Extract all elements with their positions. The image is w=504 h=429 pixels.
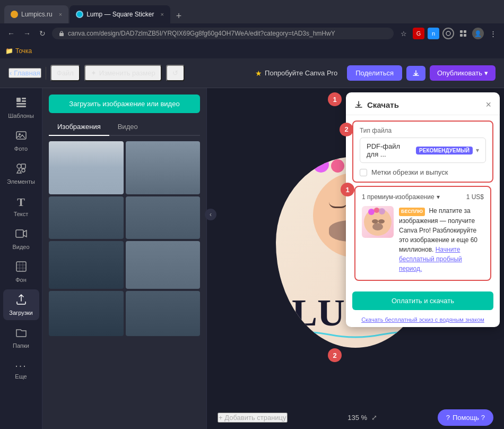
background-label: Фон <box>15 277 27 283</box>
upload-button[interactable]: Загрузить изображение или видео <box>49 95 200 113</box>
resize-button[interactable]: ✦ Изменить размер <box>84 65 162 81</box>
premium-price: 1 US$ <box>466 193 484 201</box>
folders-label: Папки <box>13 342 29 349</box>
file-type-section: Тип файла PDF-файл для ... РЕКОМЕНДУЕМЫЙ… <box>352 121 493 183</box>
zoom-expand-icon[interactable]: ⤢ <box>371 414 377 422</box>
svg-rect-20 <box>16 262 26 271</box>
trim-marks-row[interactable]: Метки обрезки и выпуск <box>360 168 486 176</box>
download-panel-header: Скачать × <box>346 92 500 115</box>
file-type-selector[interactable]: PDF-файл для ... РЕКОМЕНДУЕМЫЙ ▾ <box>360 138 486 163</box>
buy-label: Оплатить и скачать <box>392 297 454 305</box>
canva-app: ‹ Главная Файл ✦ Изменить размер ↺ ★ Поп… <box>0 58 504 429</box>
reload-button[interactable]: ↻ <box>37 28 48 39</box>
profile-icon[interactable]: 👤 <box>472 28 484 39</box>
sidebar-item-text[interactable]: T Текст <box>3 191 39 221</box>
try-pro-button[interactable]: ★ Попробуйте Canva Pro <box>250 66 343 81</box>
tab-lumpics[interactable]: Lumpics.ru × <box>4 5 68 23</box>
sidebar-item-templates[interactable]: Шаблоны <box>3 92 39 123</box>
panel-tab-images[interactable]: Изображения <box>49 118 109 136</box>
collapse-panel-button[interactable]: ‹ <box>205 209 216 220</box>
tab-canva-close[interactable]: × <box>161 11 164 18</box>
svg-marker-16 <box>17 169 21 173</box>
step-2-label: 2 <box>344 125 348 133</box>
premium-count[interactable]: 1 премиум-изображение ▾ <box>362 193 440 201</box>
publish-button[interactable]: Опубликовать ▾ <box>430 65 496 81</box>
url-box[interactable]: canva.com/design/DAD7zlmZB5I/YRQIX69Gg8f… <box>52 28 394 39</box>
add-page-button[interactable]: + Добавить страницу <box>218 413 288 423</box>
image-item-3[interactable] <box>49 196 124 239</box>
svg-rect-10 <box>16 103 26 105</box>
tab-canva-label: Lump — Square Sticker <box>86 11 154 18</box>
sidebar-item-photos[interactable]: Фото <box>3 125 39 156</box>
svg-rect-1 <box>59 33 64 36</box>
undo-button[interactable]: ↺ <box>166 65 185 81</box>
extension-icon-4[interactable] <box>457 28 469 39</box>
watermark-link[interactable]: Скачать бесплатный эскиз с водяным знако… <box>346 312 500 327</box>
help-icon: ? <box>446 414 450 422</box>
watermark-link-text: Скачать бесплатный эскиз с водяным знако… <box>361 316 484 323</box>
text-icon: T <box>17 195 25 209</box>
image-item-4[interactable] <box>126 196 201 239</box>
back-button[interactable]: ← <box>5 28 17 39</box>
sidebar-item-uploads[interactable]: Загрузки <box>3 289 39 320</box>
step-2-label-2: 2 <box>333 351 336 359</box>
trim-marks-label: Метки обрезки и выпуск <box>371 168 448 176</box>
extension-icon-2[interactable]: n <box>428 28 439 39</box>
step-1-badge-positioned: 1 <box>328 92 342 106</box>
bookmark-label[interactable]: Точка <box>15 47 32 55</box>
add-page-label: + Добавить страницу <box>219 414 286 422</box>
home-button[interactable]: ‹ Главная <box>8 68 41 78</box>
image-item-6[interactable] <box>126 241 201 289</box>
sidebar-item-elements[interactable]: Элементы <box>3 158 39 189</box>
help-button[interactable]: ? Помощь ? <box>438 409 493 426</box>
uploads-label: Загрузки <box>9 310 32 316</box>
premium-thumb-image <box>363 208 393 237</box>
image-item-5[interactable] <box>49 241 124 289</box>
premium-chevron-icon: ▾ <box>437 193 440 201</box>
file-button[interactable]: Файл <box>50 65 80 81</box>
premium-body: БЕСПЛЮ Не платите за изображения — получ… <box>362 206 484 273</box>
new-tab-button[interactable]: + <box>171 8 186 23</box>
download-panel-close[interactable]: × <box>485 100 491 109</box>
forward-button[interactable]: → <box>21 28 33 39</box>
download-button[interactable] <box>406 66 425 81</box>
svg-point-17 <box>22 169 25 172</box>
home-label: Главная <box>14 69 40 77</box>
file-type-value: PDF-файл для ... <box>367 142 412 158</box>
publish-chevron-icon: ▾ <box>484 69 488 77</box>
svg-rect-5 <box>460 34 463 37</box>
tab-canva[interactable]: Lump — Square Sticker × <box>69 5 170 23</box>
extension-icon-1[interactable]: G <box>413 28 424 39</box>
step-2-badge: 2 <box>340 123 353 136</box>
templates-label: Шаблоны <box>8 113 34 119</box>
sidebar-item-background[interactable]: Фон <box>3 256 39 287</box>
image-item-7[interactable] <box>49 291 124 336</box>
image-item-8[interactable] <box>126 291 201 336</box>
recommended-badge: РЕКОМЕНДУЕМЫЙ <box>416 147 473 155</box>
image-item-2[interactable] <box>126 141 201 194</box>
sidebar-item-folders[interactable]: Папки <box>3 322 39 353</box>
svg-rect-3 <box>460 30 463 33</box>
share-button[interactable]: Поделиться <box>347 65 402 81</box>
sidebar-item-more[interactable]: ··· Еще <box>3 355 39 384</box>
step-1-badge: 1 <box>341 183 354 196</box>
extension-icon-3[interactable] <box>442 28 454 39</box>
more-label: Еще <box>15 373 27 380</box>
buy-button[interactable]: Оплатить и скачать <box>352 291 493 310</box>
elements-label: Элементы <box>7 178 35 185</box>
sidebar-item-video[interactable]: Видео <box>3 224 39 254</box>
svg-point-13 <box>19 133 21 135</box>
main-area: Шаблоны Фото Элементы T Текст <box>0 88 504 429</box>
menu-icon[interactable]: ⋮ <box>487 28 499 39</box>
svg-point-2 <box>446 31 450 36</box>
tab-lumpics-close[interactable]: × <box>59 11 62 18</box>
video-label: Видео <box>12 244 29 250</box>
tab-bar: Lumpics.ru × Lump — Square Sticker × + <box>0 0 504 23</box>
star-icon[interactable]: ☆ <box>398 28 410 39</box>
trim-marks-checkbox[interactable] <box>360 169 367 176</box>
svg-point-14 <box>17 164 21 168</box>
templates-icon <box>15 97 27 111</box>
file-label: Файл <box>57 69 74 77</box>
panel-tab-video[interactable]: Видео <box>109 118 146 136</box>
image-item-1[interactable] <box>49 141 124 194</box>
